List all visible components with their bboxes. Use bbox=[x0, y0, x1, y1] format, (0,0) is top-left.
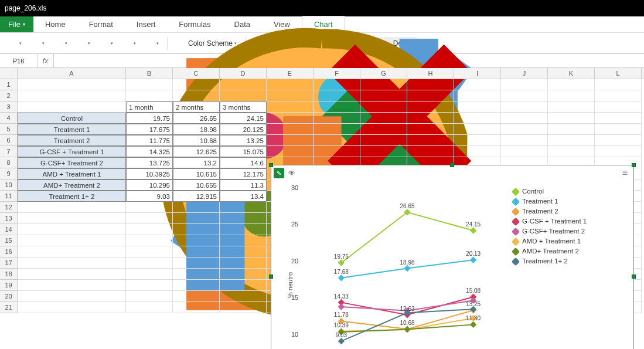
cell[interactable] bbox=[595, 101, 642, 113]
cell[interactable] bbox=[595, 124, 642, 135]
cell[interactable]: 13.25 bbox=[220, 135, 267, 146]
cell[interactable]: 10.295 bbox=[126, 179, 173, 191]
column-header[interactable]: G bbox=[360, 68, 407, 79]
row-header[interactable]: 7 bbox=[0, 146, 18, 157]
row-header[interactable]: 3 bbox=[0, 101, 18, 113]
cell[interactable]: 12.175 bbox=[220, 168, 267, 179]
cell[interactable] bbox=[267, 79, 314, 90]
cell[interactable] bbox=[548, 135, 595, 146]
cell[interactable]: Treatment 1+ 2 bbox=[18, 191, 126, 202]
cell[interactable] bbox=[548, 124, 595, 135]
chart-menu-icon[interactable]: ≡ bbox=[619, 168, 631, 178]
cell[interactable] bbox=[407, 135, 454, 146]
cell[interactable]: 3 months bbox=[220, 101, 267, 113]
cell[interactable] bbox=[548, 101, 595, 113]
cell[interactable] bbox=[126, 291, 173, 302]
cell[interactable]: 15.075 bbox=[220, 146, 267, 157]
cell[interactable] bbox=[220, 235, 267, 246]
row-header[interactable]: 10 bbox=[0, 179, 18, 191]
cell[interactable] bbox=[18, 246, 126, 257]
row-header[interactable]: 9 bbox=[0, 168, 18, 179]
cell[interactable]: 14.6 bbox=[220, 157, 267, 168]
cell[interactable] bbox=[454, 135, 501, 146]
cell[interactable] bbox=[173, 224, 220, 235]
row-header[interactable]: 18 bbox=[0, 269, 18, 280]
cell[interactable] bbox=[173, 302, 220, 313]
cell[interactable] bbox=[173, 257, 220, 269]
cell[interactable]: 26.65 bbox=[173, 113, 220, 124]
cell[interactable] bbox=[267, 113, 314, 124]
cell[interactable] bbox=[314, 135, 360, 146]
cell[interactable]: 19.75 bbox=[126, 113, 173, 124]
column-header[interactable]: L bbox=[595, 68, 642, 79]
cell[interactable] bbox=[220, 202, 267, 213]
cell[interactable] bbox=[595, 135, 642, 146]
cell[interactable] bbox=[407, 79, 454, 90]
spreadsheet-grid[interactable]: ABCDEFGHIJKL 1231 month2 months3 months4… bbox=[0, 68, 644, 313]
cell[interactable] bbox=[407, 146, 454, 157]
cell[interactable] bbox=[173, 79, 220, 90]
cell[interactable]: G-CSF+ Treatment 2 bbox=[18, 157, 126, 168]
legend-item[interactable]: AMD+ Treatment 2 bbox=[513, 246, 633, 256]
row-header[interactable]: 8 bbox=[0, 157, 18, 168]
column-header[interactable]: C bbox=[173, 68, 220, 79]
cell[interactable] bbox=[360, 146, 407, 157]
cell[interactable]: 17.675 bbox=[126, 124, 173, 135]
row-header[interactable]: 20 bbox=[0, 291, 18, 302]
legend-item[interactable]: Control bbox=[513, 187, 633, 196]
row-header[interactable]: 14 bbox=[0, 224, 18, 235]
cell[interactable]: 1 month bbox=[126, 101, 173, 113]
cell[interactable] bbox=[173, 269, 220, 280]
legend-item[interactable]: G-CSF+ Treatment 2 bbox=[513, 226, 633, 236]
cell[interactable]: 9.03 bbox=[126, 191, 173, 202]
select-all-corner[interactable] bbox=[0, 68, 18, 79]
cell[interactable] bbox=[360, 90, 407, 101]
cell[interactable] bbox=[548, 146, 595, 157]
cell[interactable] bbox=[18, 90, 126, 101]
row-header[interactable]: 4 bbox=[0, 113, 18, 124]
cell[interactable] bbox=[314, 79, 360, 90]
cell[interactable] bbox=[501, 101, 548, 113]
cell[interactable]: 12.915 bbox=[173, 191, 220, 202]
cell[interactable] bbox=[126, 269, 173, 280]
cell[interactable] bbox=[18, 213, 126, 224]
cell[interactable]: 10.615 bbox=[173, 168, 220, 179]
cell[interactable]: 11.775 bbox=[126, 135, 173, 146]
cell[interactable] bbox=[173, 291, 220, 302]
cell[interactable] bbox=[548, 90, 595, 101]
cell[interactable] bbox=[360, 113, 407, 124]
cell[interactable] bbox=[220, 90, 267, 101]
cell[interactable] bbox=[548, 113, 595, 124]
cell[interactable]: 10.3925 bbox=[126, 168, 173, 179]
cell[interactable] bbox=[267, 135, 314, 146]
cell[interactable] bbox=[407, 90, 454, 101]
row-header[interactable]: 21 bbox=[0, 302, 18, 313]
chart-object[interactable]: ✎ 👁 ≡ % neutro 510152025301 month2 month… bbox=[271, 165, 634, 349]
cell[interactable] bbox=[18, 269, 126, 280]
cell[interactable] bbox=[173, 280, 220, 291]
cell[interactable] bbox=[173, 235, 220, 246]
column-header[interactable]: J bbox=[501, 68, 548, 79]
cell[interactable] bbox=[360, 135, 407, 146]
cell[interactable]: 24.15 bbox=[220, 113, 267, 124]
cell[interactable] bbox=[501, 146, 548, 157]
cell[interactable] bbox=[173, 90, 220, 101]
resize-handle[interactable] bbox=[450, 163, 454, 167]
cell[interactable] bbox=[220, 302, 267, 313]
cell[interactable] bbox=[548, 79, 595, 90]
cell[interactable] bbox=[501, 113, 548, 124]
column-header[interactable]: B bbox=[126, 68, 173, 79]
row-header[interactable]: 11 bbox=[0, 191, 18, 202]
cell[interactable] bbox=[18, 79, 126, 90]
cell[interactable] bbox=[595, 79, 642, 90]
row-header[interactable]: 12 bbox=[0, 202, 18, 213]
cell[interactable]: G-CSF + Treatment 1 bbox=[18, 146, 126, 157]
cell[interactable] bbox=[18, 257, 126, 269]
cell[interactable]: 13.2 bbox=[173, 157, 220, 168]
cell[interactable]: 2 months bbox=[173, 101, 220, 113]
cell[interactable] bbox=[267, 101, 314, 113]
cell[interactable] bbox=[454, 101, 501, 113]
resize-handle[interactable] bbox=[269, 163, 273, 167]
row-header[interactable]: 15 bbox=[0, 235, 18, 246]
cell[interactable] bbox=[173, 246, 220, 257]
